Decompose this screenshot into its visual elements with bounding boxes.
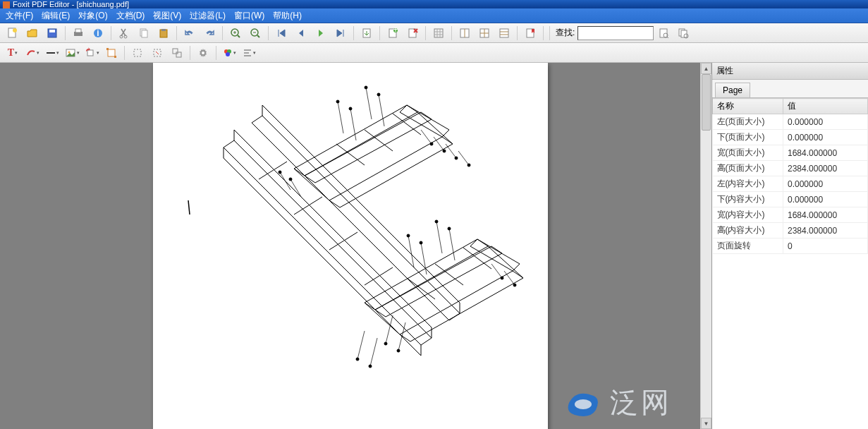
- separator: [517, 26, 518, 40]
- cut-button[interactable]: [116, 25, 133, 42]
- table-row[interactable]: 高(内容大小)2384.000000: [713, 223, 868, 238]
- menu-help[interactable]: 帮助(H): [269, 8, 306, 23]
- table-row[interactable]: 左(页面大小)0.000000: [713, 114, 868, 130]
- menubar: 文件(F) 编辑(E) 对象(O) 文档(D) 视图(V) 过滤器(L) 窗口(…: [0, 8, 868, 23]
- svg-line-77: [366, 87, 372, 119]
- print-button[interactable]: [70, 25, 87, 42]
- last-page-button[interactable]: [332, 25, 349, 42]
- scroll-up-button[interactable]: ▲: [701, 63, 711, 74]
- workarea: 泛网 ▲ ▼ 属性 Page 名称 值 左(页面大小)0.000000下(页面大…: [0, 63, 868, 429]
- table-row[interactable]: 宽(页面大小)1684.000000: [713, 145, 868, 161]
- menu-view[interactable]: 视图(V): [149, 8, 185, 23]
- svg-line-68: [294, 197, 322, 214]
- svg-line-20: [257, 35, 259, 37]
- col-value[interactable]: 值: [783, 99, 868, 114]
- separator: [451, 26, 452, 40]
- svg-point-112: [575, 399, 592, 409]
- watermark-text: 泛网: [610, 383, 672, 422]
- page-tab[interactable]: Page: [715, 83, 750, 97]
- prev-page-button[interactable]: [293, 25, 310, 42]
- prop-name: 页面旋转: [713, 238, 783, 254]
- scroll-down-button[interactable]: ▼: [701, 418, 711, 429]
- save-button[interactable]: [44, 25, 61, 42]
- table-row[interactable]: 左(内容大小)0.000000: [713, 176, 868, 192]
- prop-name: 左(页面大小): [713, 114, 783, 130]
- svg-text:i: i: [97, 28, 99, 38]
- layout-2-button[interactable]: [476, 25, 493, 42]
- paste-button[interactable]: [155, 25, 172, 42]
- separator: [268, 26, 269, 40]
- prop-name: 高(内容大小): [713, 223, 783, 238]
- zoom-in-button[interactable]: [227, 25, 244, 42]
- image-tool-button[interactable]: [63, 44, 80, 61]
- separator: [111, 26, 111, 40]
- separator: [543, 26, 544, 40]
- search-label: 查找:: [556, 27, 575, 39]
- zoom-out-button[interactable]: [247, 25, 264, 42]
- menu-filter[interactable]: 过滤器(L): [185, 8, 230, 23]
- menu-file[interactable]: 文件(F): [1, 8, 37, 23]
- menu-edit[interactable]: 编辑(E): [37, 8, 74, 23]
- shape-tool-button[interactable]: [24, 44, 41, 61]
- svg-line-110: [398, 322, 405, 351]
- text-tool-button[interactable]: T: [4, 44, 21, 61]
- table-row[interactable]: 宽(内容大小)1684.000000: [713, 207, 868, 223]
- prop-value: 2384.000000: [783, 223, 868, 238]
- svg-line-69: [329, 232, 357, 250]
- canvas-area[interactable]: 泛网: [0, 63, 700, 429]
- prop-value: 2384.000000: [783, 161, 868, 176]
- undo-button[interactable]: [181, 25, 198, 42]
- page-canvas[interactable]: [153, 63, 548, 429]
- first-page-button[interactable]: [273, 25, 290, 42]
- svg-point-63: [226, 52, 230, 56]
- find-next-button[interactable]: [655, 25, 672, 42]
- insert-page-button[interactable]: +: [384, 25, 401, 42]
- new-button[interactable]: [4, 25, 21, 42]
- select-tool-button[interactable]: [129, 44, 146, 61]
- svg-rect-29: [434, 29, 443, 37]
- search-input[interactable]: [577, 26, 654, 40]
- redo-button[interactable]: [201, 25, 218, 42]
- next-page-button[interactable]: [312, 25, 329, 42]
- copy-button[interactable]: [135, 25, 152, 42]
- line-tool-button[interactable]: [44, 44, 61, 61]
- rotate-button[interactable]: [83, 44, 100, 61]
- toolbar-edit: T: [0, 43, 868, 63]
- settings-button[interactable]: [195, 44, 212, 61]
- align-button[interactable]: [240, 44, 257, 61]
- layout-3-button[interactable]: [496, 25, 513, 42]
- separator: [65, 26, 66, 40]
- table-row[interactable]: 页面旋转0: [713, 238, 868, 254]
- bookmark-button[interactable]: [522, 25, 539, 42]
- prop-value: 0.000000: [783, 176, 868, 192]
- prop-name: 宽(页面大小): [713, 145, 783, 161]
- table-row[interactable]: 下(内容大小)0.000000: [713, 192, 868, 207]
- group-button[interactable]: [169, 44, 185, 61]
- titlebar: Foxit PDF Editor - [shichuang.pdf]: [0, 0, 868, 8]
- scroll-thumb[interactable]: [702, 74, 711, 131]
- color-button[interactable]: [221, 44, 238, 61]
- table-row[interactable]: 高(页面大小)2384.000000: [713, 161, 868, 176]
- svg-line-85: [446, 144, 456, 158]
- svg-line-98: [449, 229, 455, 260]
- edit-object-button[interactable]: [149, 44, 166, 61]
- menu-document[interactable]: 文档(D): [112, 8, 149, 23]
- info-button[interactable]: i: [90, 25, 106, 42]
- svg-rect-4: [49, 30, 55, 32]
- find-all-button[interactable]: [675, 25, 692, 42]
- properties-title: 属性: [712, 63, 868, 80]
- menu-window[interactable]: 窗口(W): [230, 8, 269, 23]
- table-row[interactable]: 下(页面大小)0.000000: [713, 130, 868, 145]
- svg-rect-0: [3, 1, 10, 8]
- col-name[interactable]: 名称: [713, 99, 783, 114]
- transform-button[interactable]: [103, 44, 120, 61]
- import-page-button[interactable]: [358, 25, 375, 42]
- vertical-scrollbar[interactable]: ▲ ▼: [700, 63, 711, 429]
- layout-1-button[interactable]: [456, 25, 473, 42]
- grid-button[interactable]: [430, 25, 447, 42]
- menu-object[interactable]: 对象(O): [74, 8, 111, 23]
- prop-name: 高(页面大小): [713, 161, 783, 176]
- svg-rect-56: [134, 49, 141, 56]
- delete-page-button[interactable]: [404, 25, 421, 42]
- open-button[interactable]: [24, 25, 41, 42]
